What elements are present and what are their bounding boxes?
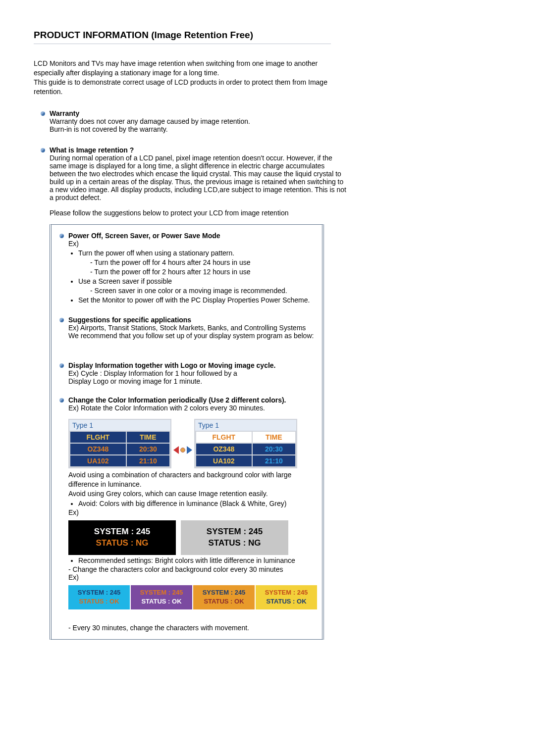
- warranty-line2: Burn-in is not covered by the warranty.: [50, 125, 168, 133]
- what-is-body: During normal operation of a LCD panel, …: [50, 154, 346, 202]
- flight-table-left: Type 1 FLGHT TIME OZ348 20:30 UA102 21:1: [68, 419, 171, 468]
- fl-l-r2c2: 21:10: [126, 455, 170, 467]
- display-cycle-section: Display Information together with Logo o…: [54, 361, 317, 385]
- poweroff-li2: Use a Screen saver if possible - Screen …: [78, 277, 317, 296]
- change-color-line1: Ex) Rotate the Color Information with 2 …: [68, 404, 265, 412]
- rec-ex-label: Ex): [68, 573, 79, 581]
- rec-li: Recommended settings: Bright colors with…: [78, 556, 317, 565]
- poweroff-li2a: - Screen saver in one color or a moving …: [78, 286, 317, 296]
- avoid-list: Avoid: Colors with big difference in lum…: [68, 499, 317, 508]
- fl-r-r1c1: OZ348: [196, 443, 252, 455]
- avoid-text-2: Avoid using Grey colors, which can cause…: [68, 489, 317, 499]
- poweroff-li1a: - Turn the power off for 4 hours after 2…: [78, 258, 317, 267]
- display-cycle-heading: Display Information together with Logo o…: [68, 361, 276, 369]
- suggestions-line2: We recommend that you follow set up of y…: [68, 332, 314, 340]
- fl-l-h1: FLGHT: [70, 431, 126, 443]
- rec-list: Recommended settings: Bright colors with…: [68, 556, 317, 565]
- document-page: PRODUCT INFORMATION (Image Retention Fre…: [34, 30, 415, 640]
- poweroff-li1: Turn the power off when using a stationa…: [78, 249, 317, 277]
- recommended-row: SYSTEM : 245 STATUS : OK SYSTEM : 245 ST…: [68, 585, 317, 609]
- arrow-right-icon: [187, 446, 192, 454]
- rec-box-yellow: SYSTEM : 245 STATUS : OK: [256, 585, 317, 609]
- suggestions-section: Suggestions for specific applications Ex…: [54, 316, 317, 340]
- fl-r-h2: TIME: [252, 431, 296, 443]
- avoid-ex-label: Ex): [68, 508, 79, 516]
- last-line: - Every 30 minutes, change the character…: [68, 623, 317, 633]
- suggestions-frame: Power Off, Screen Saver, or Power Save M…: [50, 224, 324, 640]
- intro-block: LCD Monitors and TVs may have image rete…: [34, 59, 341, 97]
- status-black-l2: STATUS : NG: [71, 538, 173, 549]
- warranty-line1: Warranty does not cover any damage cause…: [50, 117, 250, 125]
- rec-cyan-l1: SYSTEM : 245: [70, 588, 128, 597]
- title-rule: [34, 44, 331, 44]
- fl-l-h2: TIME: [126, 431, 170, 443]
- poweroff-ex: Ex): [68, 240, 79, 248]
- suggestions-line1: Ex) Airports, Transit Stations, Stock Ma…: [68, 324, 306, 332]
- avoid-text-1: Avoid using a combination of characters …: [68, 470, 317, 489]
- flight-left-table: FLGHT TIME OZ348 20:30 UA102 21:10: [69, 431, 170, 467]
- rec-purple-l2: STATUS : OK: [133, 597, 190, 606]
- poweroff-li3: Set the Monitor to power off with the PC…: [78, 296, 317, 305]
- fl-l-r1c2: 20:30: [126, 443, 170, 455]
- rec-orange-l2: STATUS : OK: [195, 597, 253, 606]
- rec-purple-l1: SYSTEM : 245: [133, 588, 190, 597]
- fl-r-r2c1: UA102: [196, 455, 252, 467]
- rec-cyan-l2: STATUS : OK: [70, 597, 128, 606]
- status-box-black: SYSTEM : 245 STATUS : NG: [68, 520, 176, 555]
- poweroff-list: Turn the power off when using a stationa…: [68, 249, 317, 304]
- follow-text: Please follow the suggestions below to p…: [34, 208, 415, 218]
- status-box-grey: SYSTEM : 245 STATUS : NG: [181, 520, 288, 555]
- poweroff-heading: Power Off, Screen Saver, or Power Save M…: [68, 232, 220, 240]
- display-cycle-line1: Ex) Cycle : Display Information for 1 ho…: [68, 369, 237, 377]
- what-is-heading: What is Image retention ?: [50, 146, 134, 154]
- warranty-section: Warranty Warranty does not cover any dam…: [34, 109, 347, 133]
- arrow-mid-icon: [180, 448, 185, 453]
- swap-arrows: [171, 419, 194, 468]
- flight-left-type: Type 1: [69, 420, 170, 431]
- change-color-section: Change the Color Information periodicall…: [54, 396, 317, 633]
- intro-p1: LCD Monitors and TVs may have image rete…: [34, 59, 341, 78]
- flight-right-table: FLGHT TIME OZ348 20:30 UA102 21:10: [195, 431, 296, 467]
- what-is-section: What is Image retention ? During normal …: [34, 146, 347, 202]
- suggestions-heading: Suggestions for specific applications: [68, 316, 191, 324]
- flight-table-right: Type 1 FLGHT TIME OZ348 20:30 UA102 21:1: [194, 419, 297, 468]
- fl-l-r1c1: OZ348: [70, 443, 126, 455]
- avoid-li: Avoid: Colors with big difference in lum…: [78, 499, 317, 508]
- flight-right-type: Type 1: [195, 420, 296, 431]
- arrow-left-icon: [173, 446, 179, 454]
- rec-sub: - Change the characters color and backgr…: [68, 565, 283, 573]
- status-black-l1: SYSTEM : 245: [71, 526, 173, 538]
- rec-box-purple: SYSTEM : 245 STATUS : OK: [131, 585, 192, 609]
- intro-p2: This guide is to demonstrate correct usa…: [34, 78, 341, 97]
- status-grey-l2: STATUS : NG: [184, 538, 285, 549]
- rec-yellow-l1: SYSTEM : 245: [258, 588, 315, 597]
- poweroff-section: Power Off, Screen Saver, or Power Save M…: [54, 232, 317, 304]
- fl-r-h1: FLGHT: [196, 431, 252, 443]
- fl-r-r1c2: 20:30: [252, 443, 296, 455]
- page-title: PRODUCT INFORMATION (Image Retention Fre…: [34, 30, 415, 41]
- rec-box-cyan: SYSTEM : 245 STATUS : OK: [68, 585, 130, 609]
- fl-l-r2c1: UA102: [70, 455, 126, 467]
- rec-yellow-l2: STATUS : OK: [258, 597, 315, 606]
- change-color-heading: Change the Color Information periodicall…: [68, 396, 286, 404]
- display-cycle-line2: Display Logo or moving image for 1 minut…: [68, 377, 202, 385]
- warranty-heading: Warranty: [50, 109, 79, 117]
- rec-orange-l1: SYSTEM : 245: [195, 588, 253, 597]
- fl-r-r2c2: 21:10: [252, 455, 296, 467]
- poweroff-li1b: - Turn the power off for 2 hours after 1…: [78, 267, 317, 277]
- flight-example-row: Type 1 FLGHT TIME OZ348 20:30 UA102 21:1: [68, 419, 317, 468]
- status-grey-l1: SYSTEM : 245: [184, 526, 285, 538]
- status-example-row: SYSTEM : 245 STATUS : NG SYSTEM : 245 ST…: [68, 520, 317, 555]
- rec-box-orange: SYSTEM : 245 STATUS : OK: [193, 585, 255, 609]
